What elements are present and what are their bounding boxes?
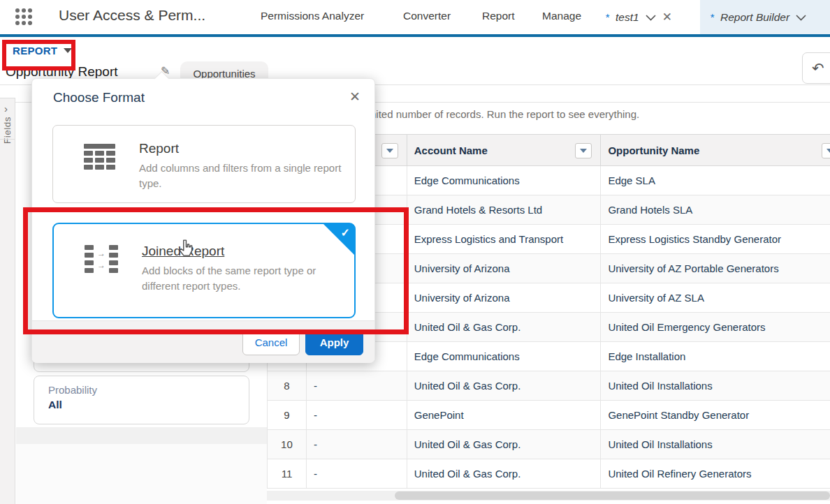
fields-expand-chevron-icon[interactable]: › bbox=[4, 103, 8, 114]
sidebar-divider bbox=[0, 139, 15, 140]
probability-filter[interactable]: Probability All bbox=[34, 376, 249, 424]
table-cell: Edge Communications bbox=[407, 342, 602, 371]
table-cell: GenePoint Standby Generator bbox=[601, 401, 830, 429]
format-option-report[interactable]: Report Add columns and filters from a si… bbox=[52, 125, 356, 203]
report-menu-label: REPORT bbox=[13, 45, 57, 57]
fields-sidebar[interactable]: › Fields bbox=[0, 98, 15, 504]
table-cell: - bbox=[307, 459, 407, 488]
table-cell: University of Arizona bbox=[407, 254, 602, 283]
app-launcher-icon[interactable] bbox=[15, 8, 35, 27]
opportunity-name-column-header: Opportunity Name bbox=[601, 135, 830, 165]
dropdown-triangle-icon bbox=[386, 149, 393, 153]
dropdown-triangle-icon bbox=[580, 149, 587, 153]
modal-footer: Cancel Apply bbox=[32, 320, 374, 363]
table-cell: United Oil & Gas Corp. bbox=[407, 313, 602, 341]
table-row: 8-United Oil & Gas Corp.United Oil Insta… bbox=[267, 371, 830, 401]
filters-panel-band bbox=[16, 427, 267, 444]
chevron-down-icon[interactable] bbox=[646, 11, 656, 24]
report-format-menu-button[interactable]: REPORT bbox=[13, 45, 72, 57]
table-cell: United Oil & Gas Corp. bbox=[407, 371, 602, 400]
table-cell: Grand Hotels SLA bbox=[601, 195, 830, 224]
top-navigation-bar: User Access & Perm... Permissions Analyz… bbox=[0, 0, 830, 37]
fields-sidebar-label: Fields bbox=[2, 117, 13, 144]
nav-tab-permissions-analyzer[interactable]: Permissions Analyzer bbox=[261, 10, 364, 22]
chevron-down-icon[interactable] bbox=[796, 11, 806, 24]
table-cell: United Oil Emergency Generators bbox=[601, 313, 830, 341]
table-row: 11-United Oil & Gas Corp.United Oil Refi… bbox=[267, 459, 830, 489]
joined-report-format-icon: →→ bbox=[85, 245, 118, 273]
option-description: Add blocks of the same report type or di… bbox=[142, 263, 342, 294]
table-cell: 8 bbox=[268, 371, 307, 400]
option-description: Add columns and filters from a single re… bbox=[139, 161, 342, 191]
chevron-down-icon bbox=[64, 48, 72, 53]
table-cell: Edge SLA bbox=[601, 166, 830, 195]
choose-format-modal: Choose Format ✕ Report Add columns and f… bbox=[31, 78, 375, 363]
column-dropdown-button[interactable] bbox=[381, 143, 398, 158]
column-dropdown-button[interactable] bbox=[575, 143, 592, 158]
unsaved-indicator: * bbox=[710, 11, 714, 24]
table-cell: United Oil Installations bbox=[601, 430, 830, 459]
table-cell: University of Arizona bbox=[407, 283, 602, 312]
horizontal-scrollbar[interactable] bbox=[267, 491, 830, 501]
dropdown-triangle-icon bbox=[827, 149, 830, 153]
apply-button[interactable]: Apply bbox=[305, 329, 363, 355]
table-cell: - bbox=[307, 401, 407, 429]
undo-icon: ↶ bbox=[812, 60, 824, 76]
modal-title: Choose Format bbox=[53, 90, 145, 105]
option-title: Report bbox=[139, 141, 342, 156]
table-cell: 10 bbox=[268, 430, 307, 459]
table-cell: University of AZ Portable Generators bbox=[601, 254, 830, 283]
scrollbar-thumb[interactable] bbox=[395, 491, 830, 500]
cancel-button[interactable]: Cancel bbox=[242, 329, 300, 355]
table-cell: United Oil & Gas Corp. bbox=[407, 459, 602, 488]
undo-button[interactable]: ↶ bbox=[802, 52, 830, 84]
table-cell: Express Logistics Standby Generator bbox=[601, 225, 830, 253]
nav-tab-converter[interactable]: Converter bbox=[403, 10, 451, 22]
table-cell: Grand Hotels & Resorts Ltd bbox=[407, 195, 602, 224]
page-title: Opportunity Report bbox=[6, 64, 118, 80]
doc-tab-label: test1 bbox=[616, 11, 639, 24]
preview-limit-banner: nited number of records. Run the report … bbox=[370, 108, 639, 120]
filter-label: Probability bbox=[48, 384, 249, 396]
doc-tab-report-builder[interactable]: * Report Builder bbox=[700, 0, 830, 34]
format-option-joined-report[interactable]: ✓ →→ Joined Report Add blocks of the sam… bbox=[52, 223, 356, 318]
doc-tab-test1[interactable]: * test1 ✕ bbox=[595, 0, 682, 34]
option-title: Joined Report bbox=[142, 244, 342, 259]
table-row: 9-GenePointGenePoint Standby Generator bbox=[267, 401, 830, 430]
check-icon: ✓ bbox=[341, 226, 350, 239]
table-cell: - bbox=[307, 371, 407, 400]
table-cell: Edge Communications bbox=[407, 166, 602, 195]
table-cell: GenePoint bbox=[407, 401, 602, 429]
filters-panel-background bbox=[16, 444, 267, 504]
table-cell: 9 bbox=[268, 401, 307, 429]
table-cell: Edge Installation bbox=[601, 342, 830, 371]
doc-tab-label: Report Builder bbox=[720, 11, 789, 24]
table-cell: Express Logistics and Transport bbox=[407, 225, 602, 253]
selected-corner bbox=[323, 223, 355, 255]
table-cell: - bbox=[307, 430, 407, 459]
close-icon[interactable]: ✕ bbox=[349, 89, 361, 105]
filter-value: All bbox=[48, 399, 249, 411]
report-builder-screen: User Access & Perm... Permissions Analyz… bbox=[0, 0, 830, 504]
column-dropdown-button[interactable] bbox=[822, 143, 830, 158]
app-title: User Access & Perm... bbox=[59, 7, 205, 24]
table-cell: University of AZ SLA bbox=[601, 283, 830, 312]
close-icon[interactable]: ✕ bbox=[662, 10, 672, 24]
table-cell: United Oil Refinery Generators bbox=[601, 459, 830, 488]
nav-tab-manage[interactable]: Manage bbox=[542, 10, 581, 22]
unsaved-indicator: * bbox=[605, 11, 609, 24]
table-cell: 11 bbox=[268, 459, 307, 488]
table-cell: United Oil & Gas Corp. bbox=[407, 430, 602, 459]
table-cell: United Oil Installations bbox=[601, 371, 830, 400]
table-row: 10-United Oil & Gas Corp.United Oil Inst… bbox=[267, 430, 830, 459]
report-format-icon bbox=[84, 144, 115, 170]
nav-tab-report[interactable]: Report bbox=[482, 10, 515, 22]
account-name-column-header: Account Name bbox=[407, 135, 602, 165]
hand-cursor-icon bbox=[177, 239, 195, 259]
